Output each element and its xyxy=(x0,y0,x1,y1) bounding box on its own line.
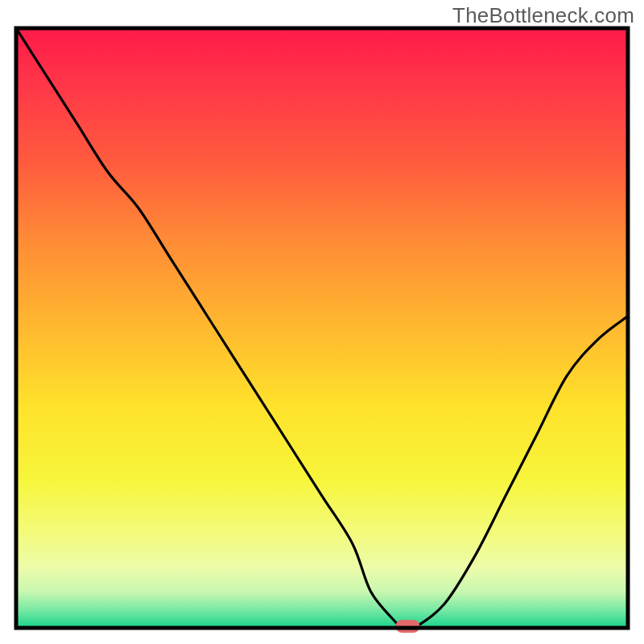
bottleneck-chart xyxy=(0,0,644,644)
chart-container: TheBottleneck.com xyxy=(0,0,644,644)
gradient-background xyxy=(16,28,628,628)
watermark-label: TheBottleneck.com xyxy=(452,3,634,28)
